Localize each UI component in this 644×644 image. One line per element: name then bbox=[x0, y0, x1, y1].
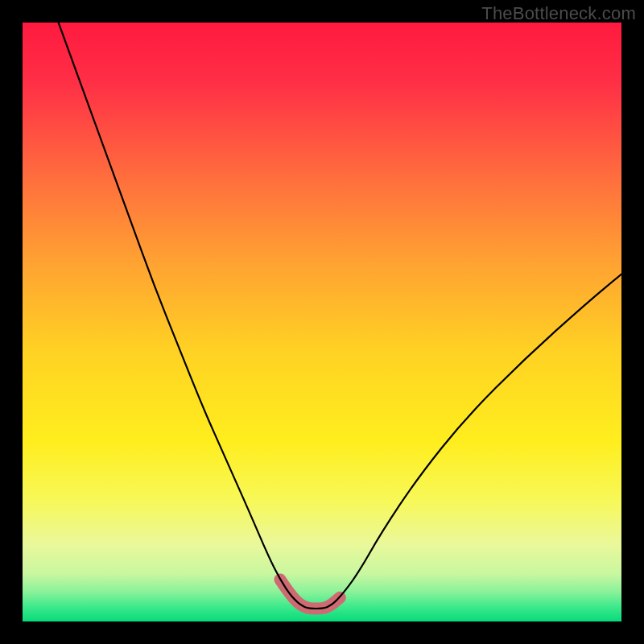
plot-area bbox=[23, 23, 621, 621]
curve-layer bbox=[23, 23, 621, 621]
watermark-text: TheBottleneck.com bbox=[481, 3, 636, 24]
bottleneck-curve bbox=[59, 23, 621, 609]
chart-frame: TheBottleneck.com bbox=[0, 0, 644, 644]
